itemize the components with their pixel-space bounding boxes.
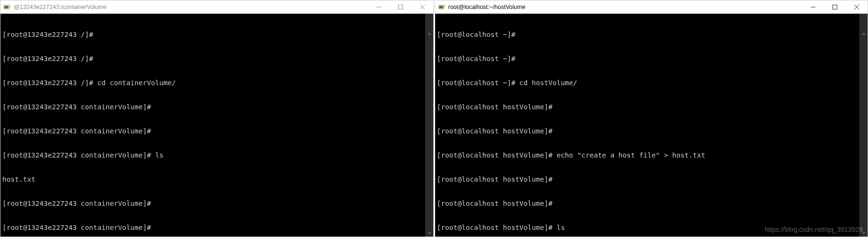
chevron-down-icon: [862, 231, 866, 235]
terminal-body[interactable]: [root@13243e227243 /]# [root@13243e22724…: [0, 14, 433, 237]
window-controls: [368, 0, 433, 13]
svg-rect-4: [398, 5, 403, 9]
terminal-line: [root@localhost hostVolume]#: [437, 200, 866, 208]
window-title: @13243e227243:/containerVolume: [14, 4, 368, 10]
scroll-track[interactable]: [860, 22, 868, 228]
terminal-line: [root@localhost ~]# cd hostVolume/: [437, 79, 866, 87]
titlebar[interactable]: root@localhost:~/hostVolume: [435, 0, 868, 14]
terminal-line: [root@13243e227243 containerVolume]# ls: [2, 151, 431, 159]
window-controls: [802, 0, 868, 13]
scrollbar[interactable]: [859, 14, 868, 237]
scroll-down-button[interactable]: [426, 228, 433, 237]
close-icon: [854, 5, 859, 9]
terminal-line: host.txt: [2, 176, 431, 184]
putty-icon: [3, 3, 11, 11]
terminal-line: [root@localhost ~]#: [437, 31, 866, 39]
close-icon: [420, 5, 425, 9]
svg-rect-9: [444, 6, 445, 7]
window-container-terminal: @13243e227243:/containerVolume [root@132…: [0, 0, 434, 237]
svg-rect-11: [833, 5, 837, 9]
minimize-icon: [811, 5, 815, 9]
terminal-line: [root@13243e227243 containerVolume]#: [2, 127, 431, 135]
chevron-down-icon: [428, 231, 431, 235]
terminal-body[interactable]: [root@localhost ~]# [root@localhost ~]# …: [435, 14, 868, 237]
minimize-button[interactable]: [802, 0, 824, 13]
maximize-icon: [398, 5, 403, 9]
terminal-line: [root@13243e227243 /]# cd containerVolum…: [2, 79, 431, 87]
desktop: @13243e227243:/containerVolume [root@132…: [0, 0, 868, 237]
svg-rect-8: [439, 6, 443, 8]
titlebar[interactable]: @13243e227243:/containerVolume: [0, 0, 433, 14]
maximize-button[interactable]: [390, 0, 412, 13]
close-button[interactable]: [846, 0, 868, 13]
terminal-line: [root@localhost hostVolume]#: [437, 176, 866, 184]
scrollbar[interactable]: [425, 14, 433, 237]
terminal-line: [root@localhost hostVolume]# echo "creat…: [437, 151, 866, 159]
scroll-track[interactable]: [426, 22, 433, 228]
window-title: root@localhost:~/hostVolume: [448, 4, 803, 10]
terminal-line: [root@13243e227243 /]#: [2, 55, 431, 63]
window-host-terminal: root@localhost:~/hostVolume [root@localh…: [435, 0, 868, 237]
minimize-icon: [377, 5, 381, 9]
svg-rect-1: [5, 6, 9, 8]
scroll-down-button[interactable]: [860, 228, 868, 237]
terminal-line: [root@localhost hostVolume]#: [437, 103, 866, 111]
putty-icon: [438, 3, 446, 11]
terminal-line: [root@localhost hostVolume]#: [437, 127, 866, 135]
terminal-line: [root@13243e227243 containerVolume]#: [2, 224, 431, 232]
terminal-line: [root@13243e227243 containerVolume]#: [2, 200, 431, 208]
terminal-line: [root@localhost hostVolume]# ls: [437, 224, 866, 232]
terminal-line: [root@13243e227243 /]#: [2, 31, 431, 39]
minimize-button[interactable]: [368, 0, 390, 13]
maximize-button[interactable]: [824, 0, 846, 13]
terminal-line: [root@13243e227243 containerVolume]#: [2, 103, 431, 111]
svg-rect-2: [9, 6, 10, 7]
close-button[interactable]: [412, 0, 433, 13]
maximize-icon: [833, 5, 837, 9]
terminal-line: [root@localhost ~]#: [437, 55, 866, 63]
